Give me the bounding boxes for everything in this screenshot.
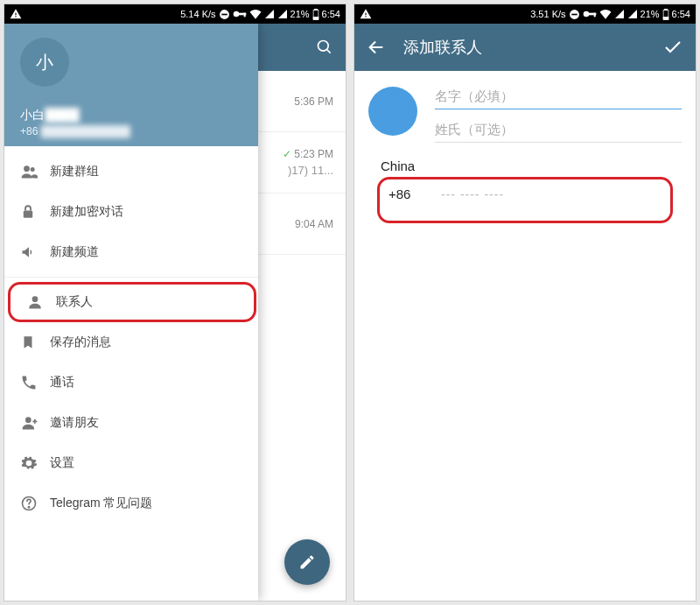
status-bar: 5.14 K/s 21% 6:54 — [4, 4, 346, 24]
user-phone: +86 ████████████ — [20, 125, 130, 137]
country-selector[interactable]: China — [381, 158, 673, 173]
menu-label: 新建群组 — [50, 164, 99, 179]
menu-settings[interactable]: 设置 — [4, 443, 258, 483]
menu-label: 联系人 — [56, 294, 93, 310]
menu-label: 新建加密对话 — [50, 204, 123, 220]
warning-icon — [360, 8, 372, 20]
svg-line-9 — [327, 50, 331, 53]
page-title: 添加联系人 — [403, 37, 662, 58]
chat-time: 5:36 PM — [294, 95, 333, 108]
signal-icon-2 — [277, 9, 288, 19]
svg-rect-18 — [571, 13, 578, 15]
menu-invite[interactable]: 邀请朋友 — [4, 403, 258, 443]
right-phone: 3.51 K/s 21% 6:54 添加联系人 China +86 — [354, 4, 696, 601]
svg-point-16 — [28, 507, 29, 508]
svg-rect-21 — [593, 13, 595, 18]
signal-icon — [614, 9, 625, 19]
back-arrow-icon[interactable] — [367, 38, 386, 57]
menu-contacts[interactable]: 联系人 — [8, 282, 256, 322]
done-check-icon[interactable] — [662, 37, 683, 58]
svg-point-10 — [24, 165, 30, 172]
menu-label: 邀请朋友 — [50, 415, 99, 431]
gear-icon — [20, 454, 50, 472]
menu-label: 通话 — [50, 375, 74, 390]
last-name-field[interactable] — [435, 116, 682, 143]
contact-form — [354, 71, 696, 143]
clock: 6:54 — [672, 9, 690, 19]
svg-point-13 — [32, 296, 38, 302]
first-name-field[interactable] — [435, 83, 682, 109]
menu-new-channel[interactable]: 新建频道 — [4, 232, 258, 272]
network-speed: 5.14 K/s — [180, 9, 215, 19]
divider — [4, 277, 258, 278]
compose-fab[interactable] — [284, 539, 330, 585]
phone-input-row: +86 --- ---- ---- — [377, 177, 673, 223]
megaphone-icon — [20, 243, 50, 261]
battery-icon — [312, 9, 319, 20]
search-icon[interactable] — [316, 39, 333, 56]
status-bar: 3.51 K/s 21% 6:54 — [354, 4, 696, 24]
avatar-letter: 小 — [36, 51, 53, 74]
warning-icon — [10, 8, 22, 20]
battery-text: 21% — [640, 9, 660, 19]
contact-avatar-placeholder[interactable] — [368, 87, 417, 136]
user-name: 小白████ — [20, 108, 130, 123]
vpn-key-icon — [233, 10, 247, 18]
network-speed: 3.51 K/s — [530, 9, 565, 19]
battery-text: 21% — [290, 9, 310, 19]
drawer-header: 小 小白████ +86 ████████████ — [4, 24, 258, 146]
group-icon — [20, 163, 50, 180]
bookmark-icon — [20, 334, 50, 351]
svg-point-11 — [31, 167, 35, 172]
left-phone: 5.14 K/s 21% 6:54 5:36 PM ✓ 5:23 PM — [4, 4, 346, 601]
menu-label: 保存的消息 — [50, 334, 111, 350]
svg-point-14 — [25, 417, 32, 423]
menu-label: Telegram 常见问题 — [50, 496, 152, 511]
menu-label: 设置 — [50, 455, 74, 471]
menu-saved[interactable]: 保存的消息 — [4, 322, 258, 362]
lock-icon — [20, 203, 50, 221]
menu-new-group[interactable]: 新建群组 — [4, 151, 258, 192]
menu-calls[interactable]: 通话 — [4, 362, 258, 403]
dnd-icon — [569, 9, 580, 20]
wifi-icon — [249, 9, 262, 19]
chat-snippet: )17) 11... — [288, 164, 333, 177]
help-icon — [20, 495, 50, 512]
drawer-menu: 新建群组 新建加密对话 新建频道 联系人 保存的消息 通话 — [4, 146, 258, 529]
chat-time: 5:23 PM — [294, 148, 333, 160]
dnd-icon — [219, 9, 230, 20]
check-icon: ✓ — [283, 148, 291, 160]
menu-label: 新建频道 — [50, 244, 99, 260]
svg-rect-24 — [663, 17, 668, 19]
nav-drawer: 小 小白████ +86 ████████████ 新建群组 新建加密对话 — [4, 24, 258, 601]
signal-icon-2 — [627, 9, 638, 19]
signal-icon — [264, 9, 275, 19]
menu-new-secret[interactable]: 新建加密对话 — [4, 192, 258, 232]
svg-rect-23 — [664, 9, 667, 10]
clock: 6:54 — [322, 9, 340, 19]
svg-rect-6 — [314, 9, 317, 10]
svg-rect-7 — [313, 17, 318, 19]
svg-rect-12 — [24, 211, 33, 218]
user-avatar[interactable]: 小 — [20, 38, 69, 87]
wifi-icon — [599, 9, 612, 19]
vpn-key-icon — [583, 10, 597, 18]
person-icon — [26, 293, 56, 311]
add-contact-toolbar: 添加联系人 — [354, 24, 696, 71]
person-add-icon — [20, 414, 50, 432]
phone-icon — [20, 374, 50, 391]
battery-icon — [662, 9, 669, 20]
country-code-field[interactable]: +86 — [388, 186, 441, 201]
chat-time: 9:04 AM — [295, 218, 333, 230]
svg-rect-1 — [221, 13, 228, 15]
menu-faq[interactable]: Telegram 常见问题 — [4, 483, 258, 524]
svg-rect-4 — [243, 13, 245, 18]
svg-point-8 — [318, 41, 329, 52]
phone-number-field[interactable]: --- ---- ---- — [441, 187, 504, 201]
phone-section: China +86 --- ---- ---- — [354, 143, 696, 223]
